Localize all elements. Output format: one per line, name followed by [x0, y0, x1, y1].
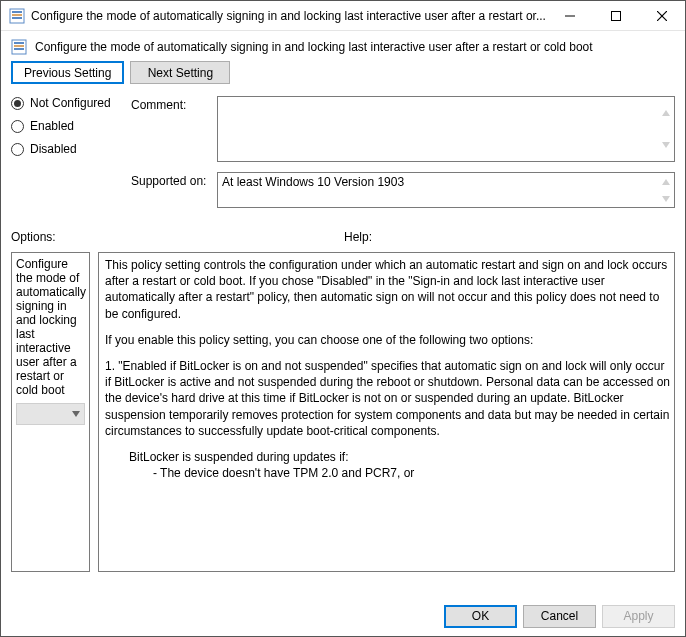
options-description: Configure the mode of automatically sign… — [16, 257, 85, 397]
close-button[interactable] — [639, 1, 685, 30]
app-icon — [9, 8, 25, 24]
policy-header: Configure the mode of automatically sign… — [1, 31, 685, 61]
cancel-button[interactable]: Cancel — [523, 605, 596, 628]
radio-not-configured[interactable]: Not Configured — [11, 96, 125, 110]
svg-rect-1 — [12, 11, 22, 13]
svg-marker-15 — [662, 196, 670, 202]
supported-field: At least Windows 10 Version 1903 — [217, 172, 675, 208]
svg-marker-14 — [662, 179, 670, 185]
previous-setting-button[interactable]: Previous Setting — [11, 61, 124, 84]
supported-label: Supported on: — [131, 172, 211, 208]
svg-marker-12 — [662, 110, 670, 116]
scroll-down-icon[interactable] — [657, 129, 674, 161]
svg-rect-2 — [12, 14, 22, 16]
policy-title: Configure the mode of automatically sign… — [35, 40, 593, 54]
comment-field[interactable] — [217, 96, 675, 162]
ok-button[interactable]: OK — [444, 605, 517, 628]
window-title: Configure the mode of automatically sign… — [31, 9, 547, 23]
svg-rect-10 — [14, 45, 24, 47]
chevron-down-icon — [72, 411, 80, 417]
supported-value: At least Windows 10 Version 1903 — [222, 173, 404, 189]
help-text: This policy setting controls the configu… — [105, 257, 672, 481]
radio-disabled[interactable]: Disabled — [11, 142, 125, 156]
maximize-button[interactable] — [593, 1, 639, 30]
help-panel[interactable]: This policy setting controls the configu… — [98, 252, 675, 572]
config-area: Not Configured Enabled Disabled Comment:… — [1, 96, 685, 208]
radio-icon — [11, 97, 24, 110]
policy-icon — [11, 39, 27, 55]
radio-label: Not Configured — [30, 96, 111, 110]
scroll-down-icon[interactable] — [657, 190, 674, 207]
nav-buttons: Previous Setting Next Setting — [1, 61, 685, 96]
next-setting-button[interactable]: Next Setting — [130, 61, 230, 84]
scroll-up-icon[interactable] — [657, 97, 674, 129]
radio-label: Disabled — [30, 142, 77, 156]
section-labels: Options: Help: — [1, 208, 685, 246]
scroll-up-icon[interactable] — [657, 173, 674, 190]
radio-enabled[interactable]: Enabled — [11, 119, 125, 133]
supported-scroll — [657, 173, 674, 207]
policy-editor-window: Configure the mode of automatically sign… — [0, 0, 686, 637]
comment-scroll — [657, 97, 674, 161]
titlebar: Configure the mode of automatically sign… — [1, 1, 685, 31]
radio-icon — [11, 120, 24, 133]
radio-icon — [11, 143, 24, 156]
svg-rect-9 — [14, 42, 24, 44]
fields: Comment: Supported on: At least Windows … — [131, 96, 675, 208]
apply-button[interactable]: Apply — [602, 605, 675, 628]
options-panel: Configure the mode of automatically sign… — [11, 252, 90, 572]
options-label: Options: — [11, 230, 344, 244]
svg-rect-3 — [12, 17, 22, 19]
svg-marker-16 — [72, 411, 80, 417]
comment-label: Comment: — [131, 96, 211, 162]
options-dropdown[interactable] — [16, 403, 85, 425]
radio-label: Enabled — [30, 119, 74, 133]
minimize-button[interactable] — [547, 1, 593, 30]
dialog-footer: OK Cancel Apply — [1, 596, 685, 636]
state-radios: Not Configured Enabled Disabled — [11, 96, 125, 208]
panels: Configure the mode of automatically sign… — [1, 246, 685, 596]
svg-marker-13 — [662, 142, 670, 148]
help-label: Help: — [344, 230, 675, 244]
svg-rect-11 — [14, 48, 24, 50]
window-controls — [547, 1, 685, 30]
svg-rect-5 — [612, 11, 621, 20]
